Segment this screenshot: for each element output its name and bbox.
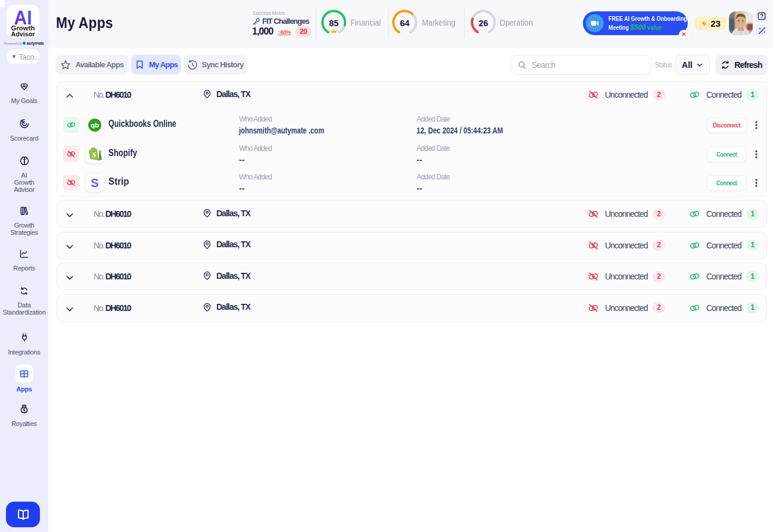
svg-text:qb: qb (91, 122, 99, 129)
svg-text:S: S (92, 151, 95, 158)
svg-text:Advisor: Advisor (11, 30, 36, 38)
